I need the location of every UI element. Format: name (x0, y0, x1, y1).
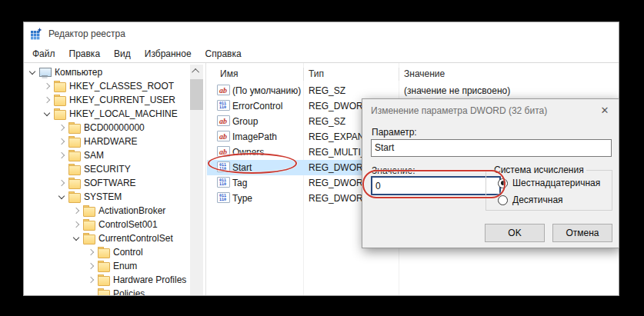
value-input[interactable] (371, 176, 501, 195)
dword-value-icon (217, 177, 230, 188)
chevron-right-icon[interactable] (56, 178, 68, 188)
folder-icon (82, 232, 97, 244)
tree-item-bcd00000000[interactable]: BCD00000000 (24, 121, 189, 135)
menu-help[interactable]: Справка (199, 46, 249, 62)
folder-icon (82, 205, 97, 217)
radio-selected-icon[interactable] (498, 178, 508, 188)
menu-edit[interactable]: Правка (62, 46, 108, 62)
header-separator[interactable] (303, 68, 304, 81)
folder-icon (68, 135, 82, 148)
string-value-icon (217, 115, 230, 126)
folder-icon (68, 177, 82, 189)
tree-item-system[interactable]: SYSTEM (24, 190, 189, 204)
registry-app-icon (30, 28, 42, 40)
radix-groupbox: Система исчисления Шестнадцатеричная Дес… (486, 170, 612, 211)
tree-item-hkey-local-machine[interactable]: HKEY_LOCAL_MACHINE (24, 107, 189, 121)
tree-item-control[interactable]: Control (24, 245, 189, 259)
tree-item-hardware-profiles[interactable]: Hardware Profiles (24, 273, 189, 287)
tree-item-sam[interactable]: SAM (24, 148, 189, 162)
chevron-down-icon[interactable] (27, 67, 38, 78)
registry-tree-pane: Компьютер HKEY_CLASSES_ROOT HKEY_CURRENT… (24, 63, 206, 295)
folder-icon (97, 260, 112, 272)
string-value-icon (217, 146, 230, 157)
header-separator[interactable] (399, 68, 399, 81)
param-name-field[interactable]: Start (371, 139, 612, 157)
chevron-right-icon[interactable] (71, 205, 82, 216)
close-icon[interactable]: ✕ (594, 101, 616, 119)
chevron-right-icon[interactable] (85, 261, 97, 271)
string-value-icon (217, 131, 230, 141)
tree-item-currentcontrolset[interactable]: CurrentControlSet (24, 231, 189, 245)
radio-hexadecimal[interactable]: Шестнадцатеричная (498, 178, 600, 188)
chevron-down-icon[interactable] (42, 108, 53, 119)
dword-value-icon (217, 100, 230, 111)
menu-favorites[interactable]: Избранное (138, 46, 199, 62)
folder-icon (82, 218, 97, 231)
chevron-down-icon[interactable] (56, 191, 68, 202)
folder-icon (53, 80, 68, 92)
window-title: Редактор реестра (48, 28, 125, 39)
dword-value-icon (217, 192, 230, 203)
list-header: Имя Тип Значение (207, 66, 619, 83)
tree-scrollbar[interactable] (190, 65, 203, 295)
dialog-title: Изменение параметра DWORD (32 бита) (371, 105, 547, 116)
value-row-default[interactable]: (По умолчанию)REG_SZ(значение не присвое… (207, 83, 619, 98)
radio-decimal[interactable]: Десятичная (498, 195, 563, 205)
scrollbar-thumb[interactable] (190, 79, 203, 110)
folder-icon (68, 191, 82, 203)
screenshot-stage: Редактор реестра Файл Правка Вид Избранн… (0, 0, 644, 316)
menu-view[interactable]: Вид (107, 46, 138, 62)
chevron-right-icon[interactable] (42, 95, 53, 105)
chevron-right-icon[interactable] (56, 136, 68, 147)
chevron-right-icon[interactable] (85, 274, 97, 285)
computer-icon (38, 66, 53, 78)
folder-icon (68, 121, 82, 134)
edit-dword-dialog: Изменение параметра DWORD (32 бита) ✕ Па… (362, 98, 619, 248)
folder-icon (68, 163, 82, 175)
param-label: Параметр: (372, 127, 417, 138)
dialog-title-bar: Изменение параметра DWORD (32 бита) ✕ (362, 99, 619, 122)
tree-spacer (56, 164, 68, 175)
tree-item-enum[interactable]: Enum (24, 259, 189, 273)
tree-item-software[interactable]: SOFTWARE (24, 176, 189, 190)
chevron-right-icon[interactable] (56, 122, 68, 133)
registry-tree: Компьютер HKEY_CLASSES_ROOT HKEY_CURRENT… (24, 65, 189, 295)
radix-group-label: Система исчисления (492, 165, 586, 175)
tree-spacer (85, 288, 97, 295)
radio-unselected-icon[interactable] (498, 195, 508, 205)
dword-value-icon (217, 161, 230, 172)
tree-item-hkey-current-user[interactable]: HKEY_CURRENT_USER (24, 93, 189, 107)
ok-button[interactable]: OK (485, 224, 545, 242)
chevron-right-icon[interactable] (42, 81, 53, 91)
tree-item-hardware[interactable]: HARDWARE (24, 135, 189, 148)
value-label: Значение: (372, 165, 415, 176)
folder-icon (53, 94, 68, 106)
header-name[interactable]: Имя (220, 68, 238, 79)
menu-file[interactable]: Файл (25, 46, 62, 62)
chevron-right-icon[interactable] (56, 150, 68, 161)
header-value[interactable]: Значение (404, 68, 445, 79)
string-value-icon (217, 85, 230, 95)
menu-bar: Файл Правка Вид Избранное Справка (24, 45, 619, 62)
cancel-button[interactable]: Отмена (552, 224, 612, 242)
tree-item-activationbroker[interactable]: ActivationBroker (24, 204, 189, 218)
header-type[interactable]: Тип (309, 68, 324, 79)
tree-item-computer[interactable]: Компьютер (24, 65, 189, 79)
title-bar: Редактор реестра (24, 22, 619, 45)
chevron-down-icon[interactable] (71, 233, 82, 244)
folder-icon (68, 149, 82, 161)
tree-item-security[interactable]: SECURITY (24, 162, 189, 176)
chevron-right-icon[interactable] (71, 219, 82, 230)
folder-icon (53, 108, 68, 120)
folder-icon (97, 288, 112, 295)
tree-item-hkey-classes-root[interactable]: HKEY_CLASSES_ROOT (24, 79, 189, 93)
chevron-right-icon[interactable] (85, 247, 97, 258)
tree-item-controlset001[interactable]: ControlSet001 (24, 218, 189, 231)
scroll-up-icon[interactable] (190, 65, 203, 78)
folder-icon (97, 246, 112, 258)
folder-icon (97, 274, 112, 286)
tree-item-policies[interactable]: Policies (24, 287, 189, 295)
